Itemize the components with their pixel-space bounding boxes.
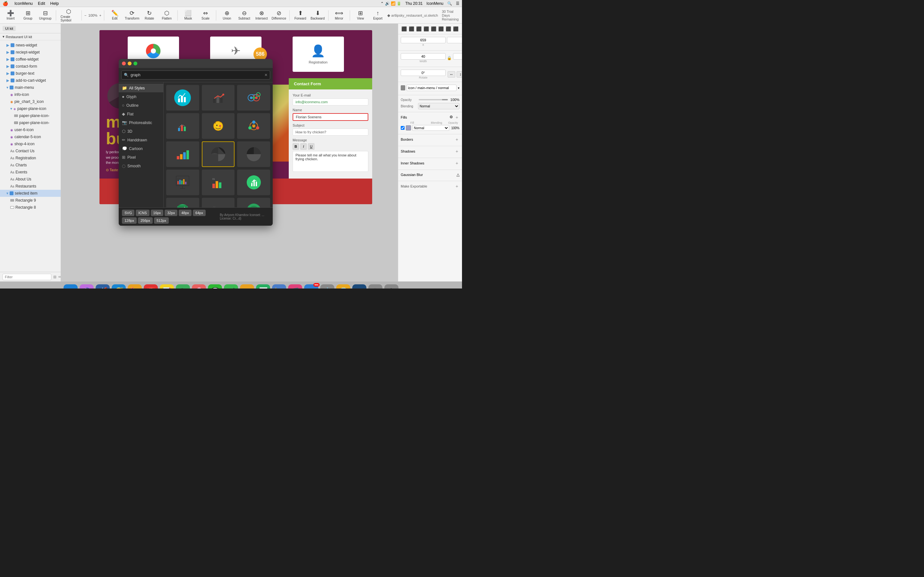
group-button[interactable]: ⊞ Group xyxy=(20,8,36,23)
align-right-icon[interactable]: ⬛ xyxy=(415,26,422,32)
sidebar-item-shop-4[interactable]: ◉ shop-4-icon xyxy=(0,140,61,147)
align-middle-icon[interactable]: ⬛ xyxy=(430,26,437,32)
sidebar-item-main-menu[interactable]: ▾ main-menu xyxy=(0,84,61,91)
icon-cell-8[interactable] xyxy=(202,141,235,167)
icon-cell-7[interactable] xyxy=(166,141,199,167)
intersect-button[interactable]: ⊗ Intersect xyxy=(254,8,270,23)
shadows-add-button[interactable]: + xyxy=(454,149,459,154)
align-center-icon[interactable]: ⬛ xyxy=(408,26,415,32)
style-dropdown-icon[interactable]: ▾ xyxy=(458,86,459,90)
size-height-input[interactable] xyxy=(453,53,462,60)
icon-cell-1[interactable] xyxy=(166,85,199,111)
cat-outline[interactable]: ○ Outline xyxy=(119,101,163,110)
export-button[interactable]: ↑ Export xyxy=(370,8,386,23)
dock-numbers[interactable]: 📊 xyxy=(256,284,270,289)
view-button[interactable]: ⊞ View xyxy=(352,8,368,23)
icon-cell-11[interactable]: 01 xyxy=(202,169,235,195)
inner-shadows-add-button[interactable]: + xyxy=(454,161,459,166)
apple-menu[interactable]: 🍎 xyxy=(3,1,8,6)
sidebar-item-paper-plane-2[interactable]: paper-plane-icon- xyxy=(0,119,61,126)
fill-blend-select[interactable]: Normal xyxy=(412,125,449,131)
cat-photorealistic[interactable]: 📷 Photorealistic xyxy=(119,118,163,127)
512px-btn[interactable]: 512px xyxy=(154,218,169,224)
32px-btn[interactable]: 32px xyxy=(165,210,178,216)
zoom-control[interactable]: − 100% + xyxy=(84,13,102,17)
icon-cell-2[interactable] xyxy=(202,85,235,111)
cat-pixel[interactable]: ⊞ Pixel xyxy=(119,153,163,161)
icon-cell-6[interactable] xyxy=(237,113,270,139)
dock-itunes[interactable]: 🎵 xyxy=(288,284,302,289)
icns-btn[interactable]: ICNS xyxy=(136,210,149,216)
dock-system-prefs[interactable]: ⚙️ xyxy=(320,284,334,289)
cat-3d[interactable]: ⬡ 3D xyxy=(119,127,163,135)
filter-input[interactable] xyxy=(3,274,51,280)
create-symbol-button[interactable]: ⬡ Create Symbol xyxy=(59,8,79,23)
distribute-v-icon[interactable]: ⬛ xyxy=(452,26,459,32)
icon-cell-15[interactable] xyxy=(237,198,270,207)
icon-cell-9[interactable] xyxy=(237,141,270,167)
cat-handdrawn[interactable]: ✏ Handdrawn xyxy=(119,135,163,144)
fill-swatch[interactable] xyxy=(406,125,411,131)
italic-button[interactable]: I xyxy=(300,143,307,150)
128px-btn[interactable]: 128px xyxy=(122,218,137,224)
sidebar-item-rect9[interactable]: Rectangle 9 xyxy=(0,197,61,204)
maximize-button[interactable] xyxy=(134,61,137,65)
dock-maps[interactable]: 🗺 xyxy=(176,284,190,289)
forward-button[interactable]: ⬆ Forward xyxy=(292,8,309,23)
sidebar-item-news-widget[interactable]: ▶ news-widget xyxy=(0,42,61,49)
zoom-minus[interactable]: − xyxy=(84,13,86,17)
union-button[interactable]: ⊕ Union xyxy=(219,8,235,23)
sidebar-item-selected[interactable]: ▾ selected item xyxy=(0,190,61,197)
dock-messages[interactable]: 💬 xyxy=(208,284,222,289)
icon-cell-12[interactable] xyxy=(237,169,270,195)
insert-button[interactable]: ➕ Insert xyxy=(3,8,19,23)
rotate-input[interactable] xyxy=(401,69,446,76)
borders-add-button[interactable]: + xyxy=(454,137,459,142)
position-y-input[interactable] xyxy=(447,37,462,43)
dock-keynote[interactable]: 📐 xyxy=(272,284,286,289)
dock-launchpad[interactable]: 🚀 xyxy=(95,284,110,289)
flatten-button[interactable]: ⬡ Flatten xyxy=(159,8,175,23)
difference-button[interactable]: ⊘ Difference xyxy=(271,8,287,23)
16px-btn[interactable]: 16px xyxy=(151,210,164,216)
subtract-button[interactable]: ⊖ Subtract xyxy=(236,8,252,23)
transform-button[interactable]: ⟳ Transform xyxy=(124,8,140,23)
icon-cell-14[interactable]: 01 xyxy=(202,198,235,207)
dock-trash[interactable]: 🗑 xyxy=(384,284,399,289)
icon-cell-3[interactable] xyxy=(237,85,270,111)
zoom-plus[interactable]: + xyxy=(99,13,101,17)
gaussian-blur-toggle[interactable]: △ xyxy=(457,172,459,177)
bold-button[interactable]: B xyxy=(292,143,299,150)
edit-button[interactable]: ✏️ Edit xyxy=(107,8,123,23)
dock-calendar[interactable]: 📅 xyxy=(144,284,158,289)
menu-help[interactable]: Help xyxy=(50,1,59,6)
menubar-menu[interactable]: ☰ xyxy=(456,1,459,6)
sidebar-item-add-to-cart[interactable]: ▶ add-to-cart-vidget xyxy=(0,77,61,84)
menubar-search[interactable]: 🔍 xyxy=(447,1,452,6)
dock-photoshop[interactable]: Ps xyxy=(352,284,367,289)
sidebar-item-events[interactable]: Aa Events xyxy=(0,169,61,176)
dock-appstore[interactable]: A 586 xyxy=(304,284,318,289)
distribute-h-icon[interactable]: ⬛ xyxy=(445,26,452,32)
trial-label[interactable]: 30 Trial Days Remaining xyxy=(442,10,459,21)
dock-sketch[interactable]: 💎 xyxy=(336,284,351,289)
lock-icon[interactable]: 🔒 xyxy=(447,56,452,60)
underline-button[interactable]: U xyxy=(308,143,314,150)
dock-tickets[interactable]: 🎫 xyxy=(240,284,254,289)
fills-add-button[interactable]: + xyxy=(454,115,459,120)
fill-checkbox[interactable] xyxy=(401,126,405,130)
dock-notes2[interactable]: 🗒 xyxy=(368,284,383,289)
dock-notes[interactable]: 📝 xyxy=(160,284,174,289)
flip-h-button[interactable]: ↔ xyxy=(447,71,455,77)
sidebar-item-contact-form[interactable]: ▶ contact-form xyxy=(0,63,61,70)
64px-btn[interactable]: 64px xyxy=(193,210,206,216)
icon-cell-10[interactable]: 01 xyxy=(166,169,199,195)
sidebar-item-contact-us[interactable]: Aa Contact Us xyxy=(0,147,61,155)
ungroup-button[interactable]: ⊟ Ungroup xyxy=(37,8,53,23)
sidebar-item-paper-plane-1[interactable]: paper-plane-icon- xyxy=(0,112,61,119)
align-top-icon[interactable]: ⬛ xyxy=(423,26,430,32)
sidebar-item-user-6-icon[interactable]: ◉ user-6-icon xyxy=(0,126,61,133)
sidebar-item-charts[interactable]: Aa Charts xyxy=(0,161,61,169)
sidebar-item-paper-plane[interactable]: ▾ ◈ paper-plane-icon xyxy=(0,105,61,112)
sidebar-item-pie-chart[interactable]: ◉ pie_chart_3_icon xyxy=(0,98,61,105)
